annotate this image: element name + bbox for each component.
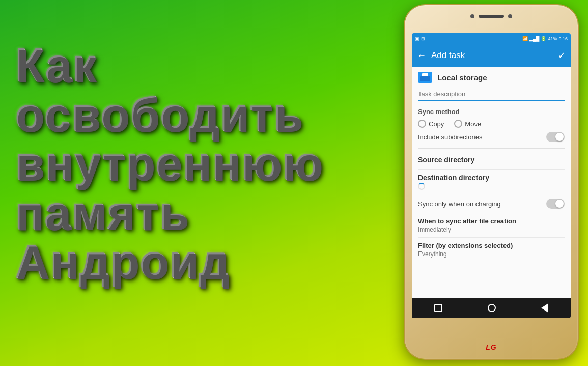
radio-move-circle [454,120,462,128]
russian-line1: Как освободить [15,39,303,140]
sensor-dot [508,14,512,18]
battery-icon: 🔋 [541,36,546,41]
android-nav-bar [412,298,571,318]
include-subdirectories-label: Include subdirectories [418,133,482,141]
toolbar-title: Add task [431,50,553,61]
clock: 9:16 [558,36,568,41]
russian-line4: Андроид [15,236,230,288]
destination-loading [418,183,565,190]
radio-copy[interactable]: Copy [418,120,444,128]
sync-charging-label: Sync only when on charging [418,200,501,208]
when-to-sync-row[interactable]: When to sync after file creation Immedia… [418,213,565,238]
status-icons-right: 📶 ▂▄█ 🔋 41% 9:16 [522,36,568,41]
radio-move[interactable]: Move [454,120,481,128]
sync-method-label: Sync method [418,108,565,116]
app-toolbar: ← Add task ✓ [412,44,571,67]
sim-icon: ▣ [415,36,419,41]
task-description-input[interactable] [418,88,565,101]
phone-shell: ▣ ⊞ 📶 ▂▄█ 🔋 41% 9:16 ← Add task ✓ [405,5,578,359]
when-to-sync-title: When to sync after file creation [418,217,565,225]
sync-charging-row: Sync only when on charging [418,194,565,213]
back-button[interactable]: ← [417,50,426,61]
phone-top-hardware [470,14,512,18]
sync-charging-toggle[interactable] [546,199,565,209]
lg-logo: LG [486,343,496,351]
russian-headline: Как освободить внутреннюю память Андроид [15,41,382,287]
status-bar: ▣ ⊞ 📶 ▂▄█ 🔋 41% 9:16 [412,33,571,44]
source-directory-label: Source directory [418,156,565,164]
filter-value: Everything [418,250,565,258]
destination-directory-label: Destination directory [418,174,565,182]
camera-dot [470,14,474,18]
expand-icon: ⊞ [421,36,425,41]
destination-directory-row[interactable]: Destination directory [418,170,565,194]
battery-percent: 41% [548,36,557,41]
phone-container: ▣ ⊞ 📶 ▂▄█ 🔋 41% 9:16 ← Add task ✓ [405,5,578,359]
home-button[interactable] [488,304,496,312]
speaker-grille [479,15,504,18]
divider-1 [418,148,565,149]
recent-apps-button[interactable] [434,304,442,312]
status-icons-left: ▣ ⊞ [415,36,425,41]
phone-screen: ▣ ⊞ 📶 ▂▄█ 🔋 41% 9:16 ← Add task ✓ [412,33,571,318]
russian-line3: память [15,187,189,239]
phone-brand: LG [486,343,496,351]
source-directory-row[interactable]: Source directory [418,152,565,170]
filter-row[interactable]: Filter (by extensions selected) Everythi… [418,238,565,262]
sync-method-radio-group: Copy Move [418,120,565,128]
back-nav-button[interactable] [541,303,548,313]
russian-text-block: Как освободить внутреннюю память Андроид [15,41,382,287]
storage-header: Local storage [418,72,565,83]
radio-copy-label: Copy [429,120,444,128]
app-content: Local storage Sync method Copy Move [412,67,571,298]
russian-line2: внутреннюю [15,137,323,189]
include-subdirectories-toggle[interactable] [546,132,565,142]
wifi-icon: 📶 [522,36,528,41]
confirm-button[interactable]: ✓ [558,50,566,61]
radio-copy-circle [418,120,426,128]
filter-title: Filter (by extensions selected) [418,242,565,249]
radio-move-label: Move [465,120,481,128]
signal-icon: ▂▄█ [529,36,540,41]
loading-spinner [418,183,425,190]
when-to-sync-value: Immediately [418,226,565,233]
storage-label: Local storage [437,73,487,82]
include-subdirectories-row: Include subdirectories [418,132,565,142]
storage-icon [418,72,432,83]
